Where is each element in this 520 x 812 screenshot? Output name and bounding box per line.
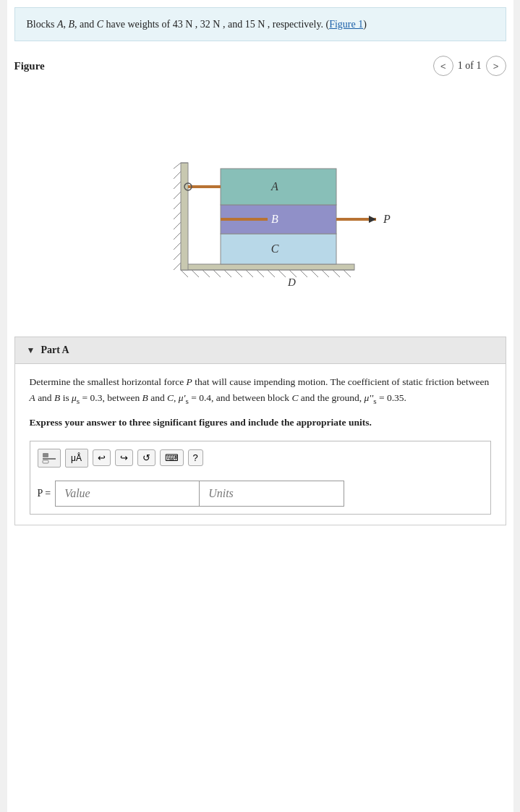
physics-diagram: C B A P D xyxy=(108,90,412,308)
svg-line-29 xyxy=(174,253,181,260)
problem-statement: Blocks A, B, and C have weights of 43 N … xyxy=(14,7,506,41)
problem-text: Blocks A, B, and C have weights of 43 N … xyxy=(27,19,367,30)
svg-line-3 xyxy=(192,270,199,277)
svg-text:A: A xyxy=(270,180,278,193)
keyboard-button[interactable]: ⌨ xyxy=(160,449,184,466)
svg-text:B: B xyxy=(271,213,278,225)
svg-line-17 xyxy=(344,270,351,277)
svg-text:D: D xyxy=(287,276,296,288)
svg-line-11 xyxy=(278,270,286,277)
svg-line-21 xyxy=(174,172,181,179)
figure-page-label: 1 of 1 xyxy=(458,60,482,72)
svg-line-20 xyxy=(174,163,181,169)
figure-prev-button[interactable]: < xyxy=(433,56,453,76)
svg-line-6 xyxy=(224,270,231,277)
part-a-instruction: Express your answer to three significant… xyxy=(30,415,491,430)
value-input[interactable] xyxy=(55,481,200,507)
svg-line-23 xyxy=(174,192,181,199)
figure-title: Figure xyxy=(14,60,45,72)
svg-rect-18 xyxy=(181,163,188,270)
unit-button[interactable]: μÅ xyxy=(65,449,88,468)
svg-line-2 xyxy=(181,270,188,277)
figure-next-button[interactable]: > xyxy=(486,56,506,76)
units-input[interactable] xyxy=(200,481,344,507)
svg-line-24 xyxy=(174,202,181,209)
svg-line-16 xyxy=(333,270,340,277)
part-a-header: ▼ Part A xyxy=(15,337,506,364)
input-row: P = xyxy=(38,481,483,507)
svg-line-15 xyxy=(322,270,329,277)
svg-line-9 xyxy=(257,270,264,277)
undo-button[interactable]: ↩ xyxy=(93,449,111,466)
svg-line-27 xyxy=(174,232,181,240)
svg-marker-41 xyxy=(369,216,376,223)
svg-line-28 xyxy=(174,242,181,250)
svg-rect-44 xyxy=(43,453,48,457)
part-a-description: Determine the smallest horizontal force … xyxy=(30,374,491,407)
svg-line-25 xyxy=(174,212,181,219)
svg-rect-35 xyxy=(221,169,336,205)
svg-line-7 xyxy=(235,270,242,277)
figure-diagram: C B A P D xyxy=(14,83,506,322)
figure-link[interactable]: Figure 1 xyxy=(329,19,363,30)
svg-line-14 xyxy=(311,270,318,277)
svg-line-8 xyxy=(246,270,253,277)
figure-nav: < 1 of 1 > xyxy=(433,56,506,76)
help-button[interactable]: ? xyxy=(188,449,203,466)
answer-area: μÅ ↩ ↪ ↺ ⌨ ? P = xyxy=(30,441,491,515)
part-a-content: Determine the smallest horizontal force … xyxy=(15,364,506,525)
svg-line-22 xyxy=(174,182,181,189)
svg-line-4 xyxy=(203,270,210,277)
svg-text:P: P xyxy=(383,213,391,225)
figure-header: Figure < 1 of 1 > xyxy=(14,56,506,76)
answer-toolbar: μÅ ↩ ↪ ↺ ⌨ ? xyxy=(38,449,483,473)
svg-text:C: C xyxy=(270,242,278,255)
svg-line-30 xyxy=(174,263,181,270)
part-a-section: ▼ Part A Determine the smallest horizont… xyxy=(14,337,506,525)
svg-rect-46 xyxy=(43,460,48,463)
figure-section: Figure < 1 of 1 > xyxy=(7,41,513,329)
fraction-button[interactable] xyxy=(38,449,61,468)
unit-icon-label: μÅ xyxy=(71,453,82,463)
svg-line-5 xyxy=(213,270,221,277)
input-label: P = xyxy=(38,488,51,499)
part-a-title: Part A xyxy=(41,344,69,356)
svg-rect-0 xyxy=(181,264,354,270)
part-collapse-arrow[interactable]: ▼ xyxy=(27,345,35,356)
redo-button[interactable]: ↪ xyxy=(115,449,133,466)
svg-line-10 xyxy=(268,270,275,277)
svg-line-13 xyxy=(300,270,307,277)
refresh-button[interactable]: ↺ xyxy=(137,449,155,466)
svg-line-26 xyxy=(174,222,181,229)
